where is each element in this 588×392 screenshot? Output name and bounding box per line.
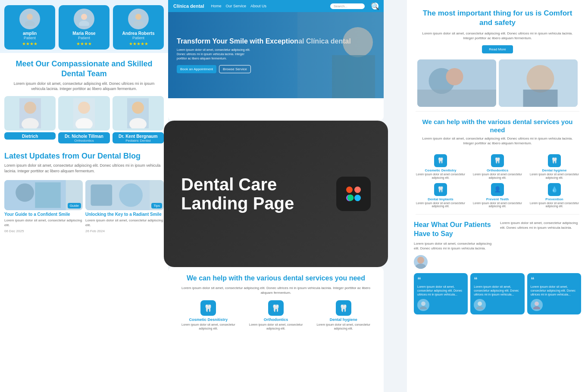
left-panel: amplin Patient ★★★★ Maria Rose Patient ★… [0,0,168,392]
service-item-1: 🦷 Cosmetic Desnitistry Lorem ipsum dolor… [177,300,240,330]
svg-point-41 [476,306,483,309]
doctor-badge-2: Dr. Nichole Tillman Orthodontics [58,132,109,143]
comfort-images [417,59,578,107]
svg-point-7 [24,102,36,114]
svg-point-37 [416,264,426,269]
quote-mark-3: ❝ [531,277,578,283]
hero-desc: Lorem ipsum dolor sit amet, consectetur … [177,48,254,60]
right-services-grid: 🦷 Cosmetic Dentistry Lorem ipsum dolor s… [407,150,588,212]
testimonial-text-3: Lorem ipsum dolor sit amet, consectetur … [531,285,578,296]
right-service-icon-5: 👤 [491,183,504,196]
blog-desc: Lorem ipsum dolor sit amet, consectetur … [4,163,164,176]
svg-point-13 [132,102,144,114]
right-service-name-3: Dental hygiene [528,168,581,172]
quote-mark-1: ❝ [417,277,464,283]
service-name-3: Dental hygiene [312,317,375,322]
testimonial-cards-row: ❝ Lorem ipsum dolor sit amet, consectetu… [407,273,588,319]
svg-rect-24 [346,187,353,193]
right-service-3: 🦷 Dental hygiene Lorem ipsum dolor sit a… [528,154,581,180]
figma-icon [336,177,371,211]
service-icon-2: 🦷 [268,300,284,316]
right-service-desc-5: Lorem ipsum dolor sit amet consectetur a… [471,202,524,208]
doctor-badge-1: Dietrich [4,132,56,140]
svg-point-39 [420,306,427,309]
svg-point-10 [78,102,90,114]
service-name-1: Cosmetic Desnitistry [177,317,240,322]
website-preview: Clínica dental Home Our Service About Us… [168,0,384,121]
svg-point-5 [133,21,144,26]
blog-post-title-1: Your Guide to a Confident Smile [4,212,83,217]
team-section-title: Meet Our Compassionate and Skilled Denta… [0,53,168,81]
right-service-name-6: Prevention [528,197,581,201]
svg-point-2 [81,14,87,20]
testimonial-avatar-card-2 [474,299,486,311]
right-service-5: 👤 Prevent Teeth Lorem ipsum dolor sit am… [471,183,524,208]
patient-name-3: Andrea Roberts [117,31,160,36]
right-service-name-4: Dental Implants [414,197,467,201]
doctor-card-3: Dr. Kent Bergnaum Pediatric Dentist [113,96,164,143]
nav-about: About Us [250,4,266,8]
svg-point-34 [527,65,554,93]
search-icon[interactable]: 🔍 [372,3,378,9]
services-desc: Lorem ipsum dolor sit amet, consectetur … [177,286,375,295]
doctor-cards-row: Dietrich Dr. Nichole Tillman Orthodontic… [0,96,168,147]
service-icon-3: 🦷 [336,300,351,316]
blog-date-2: 26 Feb 2024 [85,229,164,233]
testimonials-right-desc: Lorem ipsum dolor sit amet, consectetur … [500,221,581,230]
right-panel: The most important thing for us is Comfo… [407,0,588,392]
hero-image [297,12,384,98]
svg-point-4 [135,14,141,20]
testimonial-avatar-card-1 [417,299,429,311]
svg-point-36 [417,257,424,264]
doctor-img-1 [4,96,56,131]
blog-cards-row: Guide Your Guide to a Confident Smile Lo… [4,180,164,233]
services-grid: 🦷 Cosmetic Desnitistry Lorem ipsum dolor… [177,300,375,330]
blog-card-2: Tips Unlocking the Key to a Radiant Smil… [85,180,164,233]
testimonials-desc: Lorem ipsum dolor sit amet, consectetur … [414,241,495,251]
blog-tag-1: Guide [68,203,81,208]
comfort-title: The most important thing for us is Comfo… [417,9,578,28]
svg-point-16 [16,183,34,202]
stars-1: ★★★★ [9,41,51,46]
patient-card-1: amplin Patient ★★★★ [4,5,55,50]
patient-role-2: Patient [63,36,105,40]
browse-service-button[interactable]: Browse Service [219,65,251,73]
right-service-2: 🦷 Orthodontics Lorem ipsum dolor sit ame… [471,154,524,180]
svg-point-28 [347,195,354,201]
dental-hero: Transform Your Smile with Exceptional Cl… [168,12,384,98]
right-service-desc-2: Lorem ipsum dolor sit amet consectetur a… [471,173,524,180]
team-section-desc: Lorem ipsum dolor sit amet, consectetur … [0,81,168,96]
svg-point-42 [535,302,539,306]
testimonials-section: Hear What Our Patients Have to Say Lorem… [407,215,588,269]
service-name-2: Orthodontics [244,317,308,322]
nav-home: Home [211,4,222,8]
read-more-button[interactable]: Read More [482,45,513,53]
svg-point-40 [478,302,482,306]
service-icon-1: 🦷 [200,300,216,316]
right-service-icon-6: 💧 [548,183,561,196]
book-appointment-button[interactable]: Book an Appointment [177,65,216,73]
testimonial-avatar-1 [414,255,428,269]
service-desc-2: Lorem ipsum dolor sit amet, consectetur … [244,323,308,330]
svg-point-38 [421,302,425,306]
comfort-img-1 [417,59,496,107]
service-desc-1: Lorem ipsum dolor sit amet, consectetur … [177,323,240,330]
patient-cards-row: amplin Patient ★★★★ Maria Rose Patient ★… [0,0,168,53]
doctor-card-2: Dr. Nichole Tillman Orthodontics [58,96,109,143]
svg-point-43 [533,306,540,309]
doctor-badge-3: Dr. Kent Bergnaum Pediatric Dentist [113,132,164,143]
testimonials-cards-col: Lorem ipsum dolor sit amet, consectetur … [500,221,581,269]
right-services-desc: Lorem ipsum dolor sit amet, consectetur … [407,136,588,146]
testimonials-title: Hear What Our Patients Have to Say [414,221,495,239]
avatar-3 [128,9,149,29]
testimonials-left: Hear What Our Patients Have to Say Lorem… [414,221,495,269]
right-service-icon-1: 🦷 [434,154,447,167]
svg-point-20 [119,183,143,207]
testimonial-avatar-card-3 [531,299,543,311]
svg-point-22 [343,27,373,57]
doctor-img-3 [113,96,164,131]
testimonial-card-2: ❝ Lorem ipsum dolor sit amet, consectetu… [470,273,524,314]
doctor-img-2 [58,96,109,131]
dental-search[interactable]: Search... [330,3,365,9]
avatar-1 [19,9,40,29]
